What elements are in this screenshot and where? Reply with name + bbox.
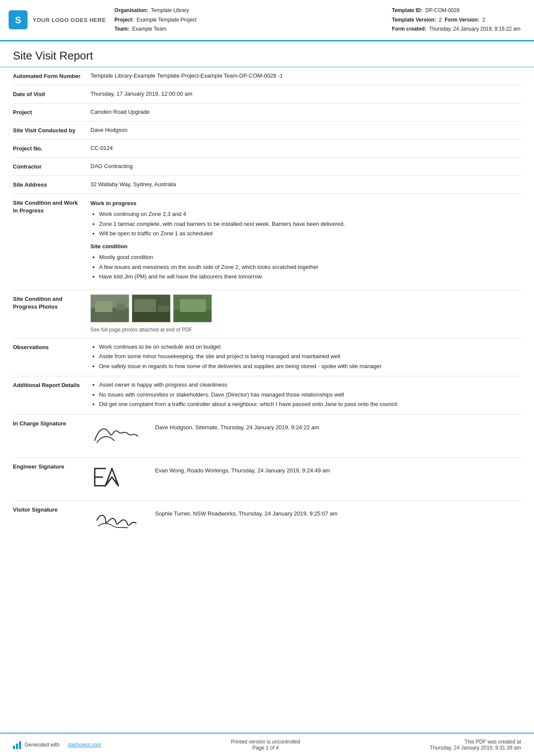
label-sig-in-charge: In Charge Signature — [13, 419, 90, 428]
label-date-of-visit: Date of Visit — [13, 90, 90, 98]
work-in-progress-section: Work in progress Work continuing on Zone… — [90, 199, 521, 238]
logo-text: YOUR LOGO GOES HERE — [33, 17, 106, 23]
value-project: Camden Road Upgrade — [90, 108, 521, 116]
svg-rect-4 — [95, 301, 112, 312]
team-line: Team: Example Team — [115, 25, 383, 34]
list-item: Work continuing on Zone 2,3 and 4 — [99, 210, 521, 219]
list-item: One safety issue in regards to how some … — [99, 362, 521, 371]
sig-area-visitor: Sophie Turner, NSW Roadworks, Thursday, … — [90, 505, 521, 535]
sig-image-engineer — [90, 462, 146, 492]
project-line: Project: Example Template Project — [115, 16, 383, 25]
label-photos: Site Condition and Progress Photos — [13, 294, 90, 311]
photo-thumb-1 — [90, 294, 129, 322]
sig-text-engineer: Evan Wong, Roado Workings, Thursday, 24 … — [155, 462, 330, 475]
footer-generated-text: Generated with — [25, 742, 59, 748]
svg-rect-7 — [132, 312, 171, 322]
work-in-progress-list: Work continuing on Zone 2,3 and 4 Zone 1… — [99, 210, 521, 238]
photo-thumb-3 — [173, 294, 212, 322]
row-form-number: Automated Form Number Template Library-E… — [13, 67, 521, 85]
value-project-no: CC-0124 — [90, 144, 521, 153]
label-sig-engineer: Engineer Signature — [13, 462, 90, 471]
list-item: No issues with communities or stakeholde… — [99, 390, 521, 399]
label-project-no: Project No. — [13, 144, 90, 153]
header-right: Template ID: DP-COM-0028 Template Versio… — [392, 6, 521, 34]
team-value: Example Team — [132, 26, 166, 32]
row-project-no: Project No. CC-0124 — [13, 140, 521, 158]
footer-right-text: This PDF was created at — [430, 739, 521, 745]
version-line: Template Version: 2 Form Version: 2 — [392, 16, 521, 25]
photos-caption: See full page photos attached at end of … — [90, 326, 521, 334]
sig-text-visitor: Sophie Turner, NSW Roadworks, Thursday, … — [155, 505, 338, 518]
form-created-line: Form created: Thursday, 24 January 2019,… — [392, 25, 521, 34]
project-value: Example Template Project — [137, 17, 196, 23]
work-in-progress-title: Work in progress — [90, 199, 521, 208]
template-id-label: Template ID: — [392, 7, 422, 13]
value-sig-visitor: Sophie Turner, NSW Roadworks, Thursday, … — [90, 505, 521, 535]
footer-page-text: Page 1 of 4 — [231, 745, 300, 751]
label-site-address: Site Address — [13, 180, 90, 189]
label-observations: Observations — [13, 343, 90, 351]
org-value: Template Library — [151, 7, 189, 13]
sig-image-visitor — [90, 505, 146, 535]
svg-rect-5 — [117, 303, 125, 310]
page: S YOUR LOGO GOES HERE Organisation: Temp… — [0, 0, 534, 756]
org-line: Organisation: Template Library — [115, 6, 383, 16]
label-contractor: Contractor — [13, 162, 90, 171]
value-sig-in-charge: Dave Hodgson, Sitemate, Thursday, 24 Jan… — [90, 419, 521, 449]
template-id-line: Template ID: DP-COM-0028 — [392, 6, 521, 16]
footer-link[interactable]: dashpivot.com — [68, 742, 101, 748]
value-observations: Work continues to be on schedule and on … — [90, 343, 521, 372]
photo-thumb-2 — [132, 294, 171, 322]
team-label: Team: — [115, 26, 129, 32]
value-date-of-visit: Thursday, 17 January 2019, 12:00:00 am — [90, 90, 521, 98]
row-additional: Additional Report Details Asset owner is… — [13, 376, 521, 415]
row-date-of-visit: Date of Visit Thursday, 17 January 2019,… — [13, 85, 521, 103]
row-sig-engineer: Engineer Signature Evan Wong, Roado Work… — [13, 458, 521, 501]
list-item: Work continues to be on schedule and on … — [99, 343, 521, 351]
footer-uncontrolled-text: Printed version is uncontrolled — [231, 739, 300, 745]
list-item: Mostly good condition — [99, 253, 521, 262]
observations-list: Work continues to be on schedule and on … — [99, 343, 521, 371]
template-version-label: Template Version: — [392, 17, 436, 23]
form-version-label: Form Version: — [445, 17, 480, 23]
svg-rect-8 — [134, 299, 156, 312]
list-item: Have told Jim (PM) and he will have the … — [99, 272, 521, 281]
list-item: Did get one complaint from a traffic con… — [99, 400, 521, 409]
photos-row — [90, 294, 521, 322]
footer-bar-3 — [19, 741, 21, 749]
logo-icon: S — [9, 10, 28, 29]
value-contractor: DAG Contracting — [90, 162, 521, 171]
template-version-value: 2 — [439, 17, 442, 23]
form-version-value: 2 — [482, 17, 485, 23]
row-observations: Observations Work continues to be on sch… — [13, 338, 521, 377]
photo-svg-2 — [132, 295, 171, 322]
sig-text-in-charge: Dave Hodgson, Sitemate, Thursday, 24 Jan… — [155, 419, 319, 432]
list-item: Asset owner is happy with progress and c… — [99, 381, 521, 389]
project-label: Project: — [115, 17, 134, 23]
site-condition-title: Site condition — [90, 242, 521, 251]
value-photos: See full page photos attached at end of … — [90, 294, 521, 334]
svg-text:S: S — [15, 15, 22, 25]
label-sig-visitor: Visitor Signature — [13, 505, 90, 514]
footer-bar-2 — [16, 744, 18, 749]
label-site-condition: Site Condition and Work in Progress — [13, 198, 90, 215]
footer-logo-bars — [13, 740, 21, 749]
logo-area: S YOUR LOGO GOES HERE — [9, 6, 106, 34]
label-form-number: Automated Form Number — [13, 72, 90, 80]
row-project: Project Camden Road Upgrade — [13, 103, 521, 122]
row-site-address: Site Address 32 Wallaby Way, Sydney, Aus… — [13, 176, 521, 194]
footer-center: Printed version is uncontrolled Page 1 o… — [231, 739, 300, 751]
svg-rect-12 — [180, 299, 206, 312]
sig-svg-engineer — [90, 462, 146, 492]
template-id-value: DP-COM-0028 — [425, 7, 459, 13]
value-site-condition: Work in progress Work continuing on Zone… — [90, 198, 521, 285]
row-sig-in-charge: In Charge Signature Dave Hodgson, Sitema… — [13, 415, 521, 458]
row-site-condition: Site Condition and Work in Progress Work… — [13, 194, 521, 290]
site-condition-list: Mostly good condition A few issues and m… — [99, 253, 521, 281]
list-item: Zone 1 tarmac complete, with road barrie… — [99, 220, 521, 228]
sig-area-in-charge: Dave Hodgson, Sitemate, Thursday, 24 Jan… — [90, 419, 521, 449]
label-additional: Additional Report Details — [13, 381, 90, 389]
photo-svg-1 — [91, 295, 129, 322]
header: S YOUR LOGO GOES HERE Organisation: Temp… — [0, 0, 534, 41]
sig-svg-visitor — [90, 505, 146, 535]
